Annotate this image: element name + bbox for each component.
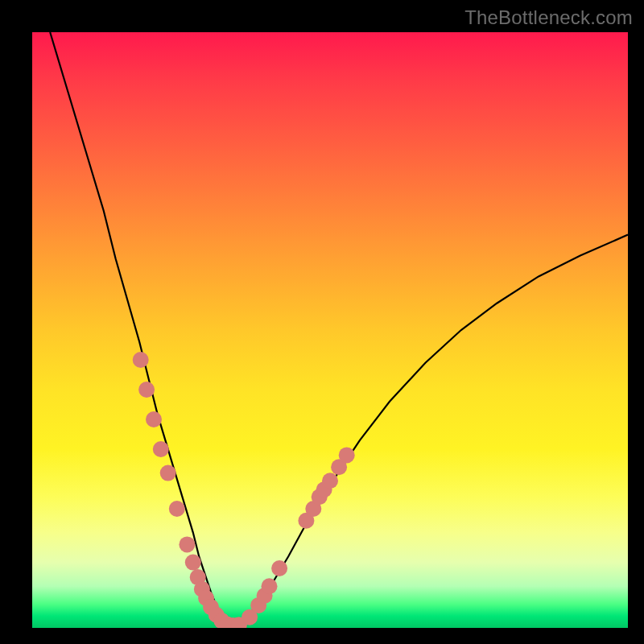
- marker-dot: [146, 411, 162, 427]
- marker-group: [133, 352, 355, 628]
- marker-dot: [179, 536, 195, 552]
- chart-frame: TheBottleneck.com: [0, 0, 644, 644]
- bottleneck-curve: [50, 32, 628, 624]
- marker-dot: [185, 555, 201, 571]
- plot-area: [32, 32, 628, 628]
- marker-dot: [153, 441, 169, 457]
- watermark-text: TheBottleneck.com: [464, 6, 633, 29]
- marker-dot: [133, 352, 149, 368]
- marker-dot: [339, 447, 355, 463]
- marker-dot: [160, 465, 176, 481]
- marker-dot: [271, 560, 287, 576]
- marker-dot: [138, 382, 155, 398]
- marker-dot: [169, 501, 185, 517]
- curve-svg: [32, 32, 628, 628]
- marker-dot: [322, 473, 338, 489]
- marker-dot: [262, 578, 278, 594]
